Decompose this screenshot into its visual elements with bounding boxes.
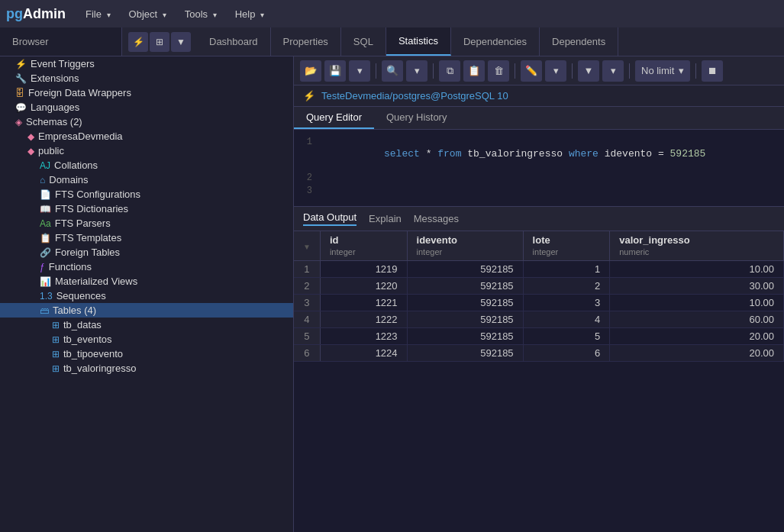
cell-rownum: 4 (294, 311, 320, 328)
tree-item[interactable]: 💬 Languages (0, 100, 293, 114)
tree-item[interactable]: 📋 FTS Templates (0, 231, 293, 245)
open-btn[interactable]: 📂 (300, 60, 321, 82)
col-lote[interactable]: loteinteger (523, 231, 610, 261)
tree-item[interactable]: 🔧 Extensions (0, 71, 293, 85)
tab-query-editor[interactable]: Query Editor (294, 107, 374, 129)
browser-label: Browser (0, 27, 122, 56)
tree-item[interactable]: AJ Collations (0, 158, 293, 172)
tree-icon: 1.3 (40, 291, 53, 301)
delete-btn[interactable]: 🗑 (488, 60, 509, 82)
tree-item[interactable]: ⊞ tb_valoringresso (0, 361, 293, 376)
dtab-output[interactable]: Data Output (303, 211, 357, 226)
filter-icon[interactable]: ▼ (171, 32, 191, 52)
tab-dependents[interactable]: Dependents (540, 27, 618, 56)
tree-item[interactable]: 🗃 Tables (4) (0, 303, 293, 318)
menu-tools[interactable]: Tools ▾ (177, 5, 224, 23)
tree-item[interactable]: ƒ Functions (0, 260, 293, 274)
tab-dependencies[interactable]: Dependencies (451, 27, 540, 56)
tree-icon: AJ (40, 160, 50, 171)
tree-item[interactable]: ◆ public (0, 143, 293, 158)
dtab-explain[interactable]: Explain (369, 213, 402, 224)
tree-icon: ⊞ (52, 334, 60, 345)
paste-btn[interactable]: 📋 (463, 60, 485, 82)
tab-sql[interactable]: SQL (341, 27, 386, 56)
edit-dropdown-btn[interactable]: ▾ (545, 60, 566, 82)
connection-label: ⚡ TesteDevmedia/postgres@PostgreSQL 10 (294, 85, 784, 107)
tab-dashboard[interactable]: Dashboard (197, 27, 271, 56)
filter-dropdown-btn[interactable]: ▾ (602, 60, 624, 82)
tree-label: public (38, 145, 64, 156)
tree-label: Extensions (31, 73, 79, 84)
tree-item[interactable]: 📄 FTS Configurations (0, 187, 293, 202)
tree-label: Functions (49, 261, 92, 272)
search-btn[interactable]: 🔍 (382, 60, 403, 82)
cell-lote: 6 (523, 345, 610, 362)
tree-item[interactable]: ◈ Schemas (2) (0, 114, 293, 129)
col-id[interactable]: idinteger (320, 231, 407, 261)
tree-item[interactable]: ⚡ Event Triggers (0, 56, 293, 71)
tree-icon: Aa (40, 218, 51, 229)
dtab-messages[interactable]: Messages (414, 213, 459, 224)
tree-label: Domains (49, 174, 88, 185)
tree-label: tb_eventos (63, 334, 112, 345)
table-row[interactable]: 6 1224 592185 6 20.00 (294, 345, 784, 362)
tree-item[interactable]: ⌂ Domains (0, 172, 293, 187)
cell-rownum: 6 (294, 345, 320, 362)
table-row[interactable]: 1 1219 592185 1 10.00 (294, 261, 784, 278)
col-idevento[interactable]: ideventointeger (407, 231, 523, 261)
tree-label: FTS Configurations (55, 189, 140, 200)
tree-item[interactable]: Aa FTS Parsers (0, 216, 293, 231)
menu-object[interactable]: Object ▾ (121, 5, 174, 23)
tree-item[interactable]: 📊 Materialized Views (0, 274, 293, 289)
save-dropdown-btn[interactable]: ▾ (349, 60, 370, 82)
code-line-3: 3 (294, 185, 784, 198)
limit-arrow: ▾ (679, 65, 684, 76)
tree-item[interactable]: ⊞ tb_datas (0, 318, 293, 332)
sep5 (629, 63, 630, 79)
cell-lote: 3 (523, 295, 610, 311)
menu-file[interactable]: File ▾ (78, 5, 118, 23)
tab-properties[interactable]: Properties (271, 27, 341, 56)
tree-label: Tables (4) (53, 305, 96, 316)
cell-lote: 2 (523, 278, 610, 295)
limit-dropdown[interactable]: No limit ▾ (635, 60, 690, 82)
table-row[interactable]: 2 1220 592185 2 30.00 (294, 278, 784, 295)
tree-label: Schemas (2) (26, 116, 82, 127)
menu-help[interactable]: Help ▾ (227, 5, 272, 23)
table-row[interactable]: 3 1221 592185 3 10.00 (294, 295, 784, 311)
query-editor[interactable]: 1 select * from tb_valoringresso where i… (294, 130, 784, 206)
save-btn[interactable]: 💾 (324, 60, 346, 82)
col-valor-ingresso[interactable]: valor_ingressonumeric (610, 231, 784, 261)
cell-id: 1224 (320, 345, 407, 362)
conn-text: TesteDevmedia/postgres@PostgreSQL 10 (321, 90, 508, 102)
tab-query-history[interactable]: Query History (374, 107, 459, 129)
tree-item[interactable]: 1.3 Sequences (0, 289, 293, 303)
tab-statistics[interactable]: Statistics (386, 27, 451, 56)
tree-icon: ⌂ (40, 175, 45, 185)
stop-btn[interactable]: ⏹ (702, 60, 723, 82)
sep1 (376, 63, 376, 79)
copy-btn[interactable]: ⧉ (439, 60, 460, 82)
lightning-icon[interactable]: ⚡ (128, 32, 148, 52)
tree-item[interactable]: ◆ EmpresaDevmedia (0, 129, 293, 143)
cell-rownum: 2 (294, 278, 320, 295)
table-row[interactable]: 4 1222 592185 4 60.00 (294, 311, 784, 328)
search-dropdown-btn[interactable]: ▾ (406, 60, 427, 82)
tab-icons: ⚡ ⊞ ▼ (122, 32, 197, 52)
col-rownum: ▼ (294, 231, 320, 261)
filter-btn[interactable]: ▼ (578, 60, 599, 82)
tree-icon: 🗃 (40, 305, 49, 316)
table-row[interactable]: 5 1223 592185 5 20.00 (294, 328, 784, 345)
tree-item[interactable]: 🗄 Foreign Data Wrappers (0, 85, 293, 100)
cell-valor: 10.00 (610, 261, 784, 278)
edit-btn[interactable]: ✏️ (521, 60, 542, 82)
tree-item[interactable]: ⊞ tb_eventos (0, 332, 293, 347)
tree-item[interactable]: ⊞ tb_tipoevento (0, 347, 293, 361)
grid-icon[interactable]: ⊞ (150, 32, 169, 52)
tree-item[interactable]: 🔗 Foreign Tables (0, 245, 293, 260)
tree-icon: ⊞ (52, 349, 60, 360)
tree-icon: 🔗 (40, 247, 51, 258)
tree-item[interactable]: 📖 FTS Dictionaries (0, 202, 293, 216)
right-tab-list: Dashboard Properties SQL Statistics Depe… (197, 27, 784, 56)
cell-id: 1220 (320, 278, 407, 295)
